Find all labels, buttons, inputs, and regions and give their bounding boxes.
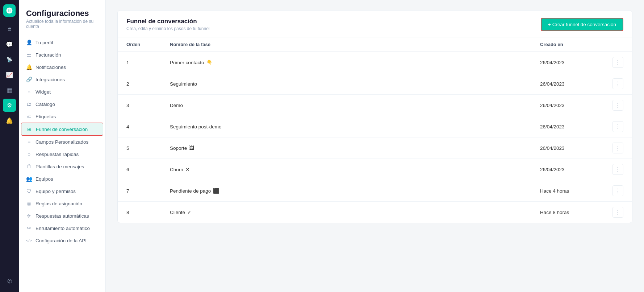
- sidebar-item-facturacion[interactable]: 🗃 Facturación: [19, 49, 105, 61]
- sidebar-item-campos[interactable]: ≡ Campos Personalizados: [19, 136, 105, 148]
- sidebar-item-integraciones[interactable]: 🔗 Integraciones: [19, 73, 105, 86]
- row-action-button[interactable]: ⋮: [612, 185, 623, 196]
- whatsapp-icon[interactable]: ✆: [3, 275, 16, 288]
- cell-created: 26/04/2023: [531, 52, 604, 73]
- monitor-icon[interactable]: 🖥: [3, 22, 16, 36]
- cell-action: ⋮: [604, 73, 632, 95]
- sidebar-item-reglas[interactable]: ◎ Reglas de asignación: [19, 197, 105, 210]
- cell-created: 26/04/2023: [531, 116, 604, 137]
- row-action-button[interactable]: ⋮: [612, 121, 623, 132]
- trending-icon[interactable]: 📈: [3, 68, 16, 81]
- sidebar-label-perfil: Tu perfil: [35, 40, 53, 45]
- phase-icon: ✓: [187, 209, 192, 215]
- sidebar-item-etiquetas[interactable]: 🏷 Etiquetas: [19, 110, 105, 123]
- phase-name: Pendiente de pago ⬛: [170, 188, 523, 194]
- grid-icon[interactable]: ▦: [3, 83, 16, 96]
- cell-name: Churn ✕: [161, 159, 531, 180]
- card-header: Funnel de conversación Crea, edita y eli…: [118, 11, 632, 37]
- table-row: 3Demo26/04/2023⋮: [118, 95, 632, 116]
- fields-icon: ≡: [26, 139, 32, 145]
- row-action-button[interactable]: ⋮: [612, 57, 623, 68]
- table-row: 2Seguimiento26/04/2023⋮: [118, 73, 632, 95]
- sidebar-item-equipos[interactable]: 👥 Equipos: [19, 173, 105, 185]
- cell-created: Hace 4 horas: [531, 180, 604, 202]
- col-header-order: Orden: [118, 37, 161, 52]
- phase-icon: 🖼: [189, 145, 194, 151]
- sidebar-label-campos: Campos Personalizados: [35, 139, 88, 145]
- sidebar-item-respuestas-auto[interactable]: ✈ Respuestas automáticas: [19, 210, 105, 222]
- row-action-button[interactable]: ⋮: [612, 207, 623, 218]
- sidebar-item-plantillas[interactable]: 🗒 Plantillas de mensajes: [19, 160, 105, 173]
- cell-order: 2: [118, 73, 161, 95]
- user-icon: 👤: [26, 40, 32, 45]
- sidebar-item-api[interactable]: </> Configuración de la API: [19, 234, 105, 247]
- notif-icon: 🔔: [26, 64, 32, 70]
- cell-created: 26/04/2023: [531, 159, 604, 180]
- sidebar-item-respuestas-rapidas[interactable]: ○ Respuestas rápidas: [19, 148, 105, 160]
- sidebar-header: Configuraciones Actualice toda la inform…: [19, 9, 105, 36]
- table-row: 1Primer contacto 👇26/04/2023⋮: [118, 52, 632, 73]
- sidebar-label-integraciones: Integraciones: [35, 77, 65, 82]
- col-header-name: Nombre de la fase: [161, 37, 531, 52]
- cell-order: 5: [118, 137, 161, 159]
- icon-bar: 🖥 💬 📡 📈 ▦ ⚙ 🔔 ✆: [0, 0, 19, 292]
- cell-action: ⋮: [604, 52, 632, 73]
- cell-order: 7: [118, 180, 161, 202]
- cell-action: ⋮: [604, 159, 632, 180]
- cell-created: Hace 8 horas: [531, 202, 604, 223]
- row-action-button[interactable]: ⋮: [612, 164, 623, 175]
- cell-action: ⋮: [604, 180, 632, 202]
- integrations-icon: 🔗: [26, 77, 32, 82]
- funnel-title: Funnel de conversación: [126, 18, 209, 25]
- cell-order: 6: [118, 159, 161, 180]
- create-funnel-button[interactable]: + Crear funnel de conversación: [541, 18, 623, 31]
- auto-reply-icon: ✈: [26, 213, 32, 219]
- tags-icon: 🏷: [26, 114, 32, 119]
- bell-icon[interactable]: 🔔: [3, 114, 16, 127]
- sidebar-label-reglas: Reglas de asignación: [35, 201, 82, 206]
- radio-icon[interactable]: 📡: [3, 53, 16, 66]
- phase-name: Cliente ✓: [170, 209, 523, 215]
- table-row: 8Cliente ✓Hace 8 horas⋮: [118, 202, 632, 223]
- row-action-button[interactable]: ⋮: [612, 143, 623, 153]
- main-content: Funnel de conversación Crea, edita y eli…: [106, 0, 644, 292]
- sidebar: Configuraciones Actualice toda la inform…: [19, 0, 106, 292]
- row-action-button[interactable]: ⋮: [612, 78, 623, 89]
- sidebar-item-catalogo[interactable]: 🗂 Catálogo: [19, 98, 105, 110]
- api-icon: </>: [26, 238, 32, 243]
- row-action-button[interactable]: ⋮: [612, 100, 623, 111]
- funnel-icon: ⊞: [26, 126, 32, 132]
- sidebar-label-respuestas-rapidas: Respuestas rápidas: [35, 152, 79, 157]
- sidebar-item-widget[interactable]: ○ Widget: [19, 86, 105, 98]
- sidebar-item-enrutamiento[interactable]: ✂ Enrutamiento automático: [19, 222, 105, 234]
- routing-icon: ✂: [26, 225, 32, 231]
- sidebar-label-widget: Widget: [35, 89, 51, 95]
- settings-icon[interactable]: ⚙: [3, 99, 16, 112]
- sidebar-label-plantillas: Plantillas de mensajes: [35, 164, 84, 169]
- billing-icon: 🗃: [26, 52, 32, 58]
- cell-order: 1: [118, 52, 161, 73]
- templates-icon: 🗒: [26, 164, 32, 169]
- sidebar-label-catalogo: Catálogo: [35, 102, 55, 107]
- sidebar-label-etiquetas: Etiquetas: [35, 114, 56, 119]
- sidebar-item-notificaciones[interactable]: 🔔 Notificaciones: [19, 61, 105, 73]
- table-row: 7Pendiente de pago ⬛Hace 4 horas⋮: [118, 180, 632, 202]
- sidebar-item-perfil[interactable]: 👤 Tu perfil: [19, 36, 105, 49]
- page-title: Configuraciones: [26, 9, 98, 18]
- cell-action: ⋮: [604, 116, 632, 137]
- cell-name: Cliente ✓: [161, 202, 531, 223]
- cell-action: ⋮: [604, 137, 632, 159]
- cell-action: ⋮: [604, 202, 632, 223]
- sidebar-item-funnel[interactable]: ⊞ Funnel de conversación: [21, 123, 103, 136]
- phase-icon: ✕: [185, 166, 190, 172]
- sidebar-label-equipos: Equipos: [35, 176, 53, 182]
- cell-created: 26/04/2023: [531, 95, 604, 116]
- phase-icon: 👇: [206, 59, 213, 65]
- cell-created: 26/04/2023: [531, 137, 604, 159]
- funnel-table: Orden Nombre de la fase Creado en 1Prime…: [118, 37, 632, 223]
- sidebar-item-equipo-permisos[interactable]: 🛡 Equipo y permisos: [19, 185, 105, 197]
- app-logo[interactable]: [3, 4, 16, 17]
- phase-name: Soporte 🖼: [170, 145, 523, 151]
- chat-icon[interactable]: 💬: [3, 38, 16, 51]
- quick-reply-icon: ○: [26, 151, 32, 157]
